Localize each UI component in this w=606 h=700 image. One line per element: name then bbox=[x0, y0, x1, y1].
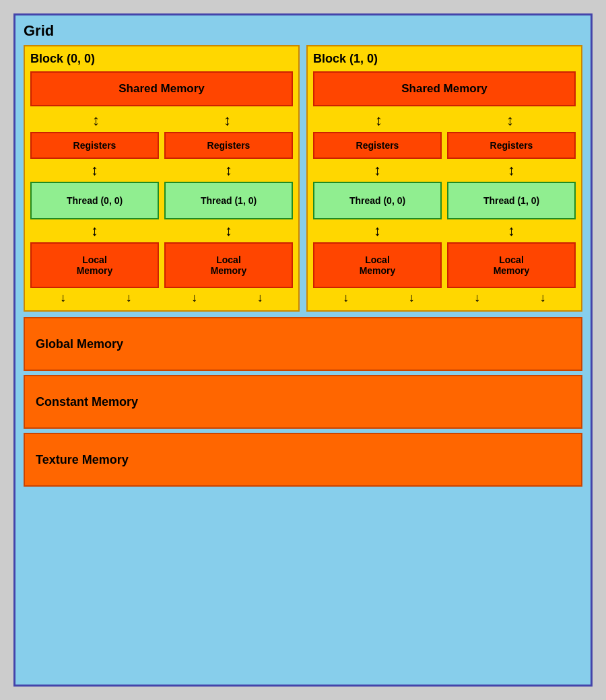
blocks-row: Block (0, 0) Shared Memory ↕ ↕ Registers… bbox=[24, 45, 582, 312]
thread-box-0-0: Thread (0, 0) bbox=[30, 182, 159, 219]
thread-col-1-0: Registers ↕ Thread (0, 0) ↕ LocalMemory bbox=[313, 132, 442, 288]
arrow-sm-t3: ↕ bbox=[506, 112, 514, 129]
thread-lm-arrow-0-0: ↕ bbox=[91, 223, 98, 239]
shared-memory-1: Shared Memory bbox=[313, 71, 576, 106]
thread-col-1-1: Registers ↕ Thread (1, 0) ↕ LocalMemory bbox=[447, 132, 576, 288]
thread-box-0-1: Thread (1, 0) bbox=[164, 182, 293, 219]
registers-0-0: Registers bbox=[30, 132, 159, 159]
texture-memory-label: Texture Memory bbox=[36, 453, 129, 467]
local-memory-1-0: LocalMemory bbox=[313, 242, 442, 288]
arrow-down-1-0d: ↓ bbox=[540, 291, 546, 305]
constant-memory-label: Constant Memory bbox=[36, 395, 138, 409]
arrow-down-1-0b: ↓ bbox=[409, 291, 415, 305]
constant-memory-bar: Constant Memory bbox=[24, 375, 582, 429]
block-1-0-label: Block (1, 0) bbox=[313, 52, 576, 66]
reg-thread-arrow-1-0: ↕ bbox=[374, 162, 381, 178]
threads-area-1: Registers ↕ Thread (0, 0) ↕ LocalMemory … bbox=[313, 132, 576, 288]
thread-col-0-0: Registers ↕ Thread (0, 0) ↕ LocalMemory bbox=[30, 132, 159, 288]
thread-lm-arrow-1-1: ↕ bbox=[508, 223, 515, 239]
bottom-memories: Global Memory Constant Memory Texture Me… bbox=[24, 317, 582, 487]
arrow-down-0-0a: ↓ bbox=[60, 291, 66, 305]
grid-label: Grid bbox=[24, 22, 582, 40]
local-memory-0-0: LocalMemory bbox=[30, 242, 159, 288]
thread-box-1-0: Thread (0, 0) bbox=[313, 182, 442, 219]
local-memory-1-1: LocalMemory bbox=[447, 242, 576, 288]
texture-memory-bar: Texture Memory bbox=[24, 433, 582, 487]
block-1-0: Block (1, 0) Shared Memory ↕ ↕ Registers… bbox=[306, 45, 582, 312]
registers-1-0: Registers bbox=[313, 132, 442, 159]
thread-lm-arrow-1-0: ↕ bbox=[374, 223, 381, 239]
arrow-sm-t1: ↕ bbox=[224, 112, 231, 129]
local-memory-0-1: LocalMemory bbox=[164, 242, 293, 288]
arrow-down-0-0b: ↓ bbox=[126, 291, 132, 305]
block-0-0: Block (0, 0) Shared Memory ↕ ↕ Registers… bbox=[24, 45, 300, 312]
block-0-0-label: Block (0, 0) bbox=[30, 52, 293, 66]
arrow-down-1-0c: ↓ bbox=[474, 291, 480, 305]
arrow-down-0-0d: ↓ bbox=[257, 291, 263, 305]
thread-col-0-1: Registers ↕ Thread (1, 0) ↕ LocalMemory bbox=[164, 132, 293, 288]
registers-1-1: Registers bbox=[447, 132, 576, 159]
global-memory-bar: Global Memory bbox=[24, 317, 582, 371]
arrow-sm-t2: ↕ bbox=[375, 112, 382, 129]
arrow-down-1-0a: ↓ bbox=[343, 291, 349, 305]
reg-thread-arrow-0-1: ↕ bbox=[225, 162, 232, 178]
thread-box-1-1: Thread (1, 0) bbox=[447, 182, 576, 219]
shared-memory-0: Shared Memory bbox=[30, 71, 293, 106]
arrow-down-0-0c: ↓ bbox=[191, 291, 197, 305]
threads-area-0: Registers ↕ Thread (0, 0) ↕ LocalMemory … bbox=[30, 132, 293, 288]
arrow-sm-t0: ↕ bbox=[92, 112, 100, 129]
reg-thread-arrow-0-0: ↕ bbox=[91, 162, 98, 178]
grid-container: Grid Block (0, 0) Shared Memory ↕ ↕ Regi… bbox=[13, 13, 593, 687]
thread-lm-arrow-0-1: ↕ bbox=[225, 223, 232, 239]
global-memory-label: Global Memory bbox=[36, 337, 123, 351]
registers-0-1: Registers bbox=[164, 132, 293, 159]
reg-thread-arrow-1-1: ↕ bbox=[508, 162, 515, 178]
